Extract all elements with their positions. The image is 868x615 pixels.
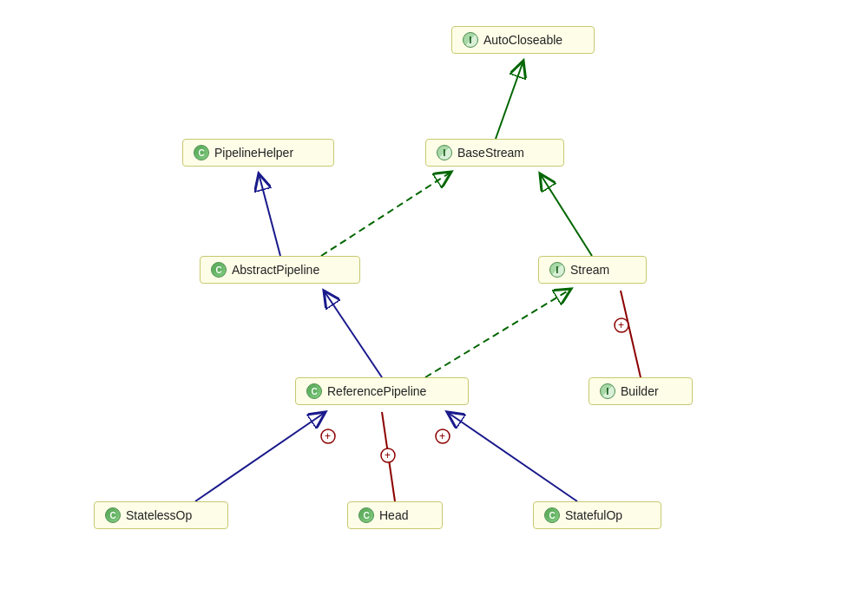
svg-text:+: + (385, 449, 391, 461)
node-stream[interactable]: I Stream (538, 256, 647, 284)
node-label-builder: Builder (621, 384, 659, 398)
node-label-abstractpipeline: AbstractPipeline (232, 263, 319, 277)
svg-text:+: + (618, 319, 624, 331)
icon-class: C (105, 507, 121, 523)
node-label-autocloseable: AutoCloseable (483, 33, 562, 47)
node-pipelinehelper[interactable]: C PipelineHelper (182, 139, 334, 167)
icon-class: C (194, 145, 209, 160)
svg-line-4 (321, 172, 451, 256)
node-builder[interactable]: I Builder (589, 377, 693, 405)
node-basestream[interactable]: I BaseStream (425, 139, 564, 167)
node-head[interactable]: C Head (347, 501, 443, 529)
icon-interface: I (600, 383, 615, 399)
node-label-pipelinehelper: PipelineHelper (214, 146, 293, 160)
icon-class: C (211, 262, 227, 278)
node-label-referencepipeline: ReferencePipeline (327, 384, 426, 398)
svg-point-9 (615, 318, 628, 332)
node-label-stream: Stream (570, 263, 609, 277)
icon-class: C (358, 507, 374, 523)
svg-line-15 (447, 412, 577, 501)
svg-line-12 (382, 412, 395, 501)
svg-line-7 (425, 289, 571, 377)
icon-interface: I (463, 32, 478, 48)
svg-line-2 (496, 61, 523, 139)
svg-line-3 (259, 173, 280, 256)
node-abstractpipeline[interactable]: C AbstractPipeline (200, 256, 360, 284)
node-referencepipeline[interactable]: C ReferencePipeline (295, 377, 469, 405)
node-statefulop[interactable]: C StatefulOp (533, 501, 661, 529)
svg-line-6 (324, 291, 382, 377)
icon-class: C (544, 507, 560, 523)
node-label-statelessop: StatelessOp (126, 508, 192, 522)
svg-line-8 (621, 291, 641, 377)
svg-text:+: + (439, 430, 445, 442)
uml-diagram: + + + + I AutoCloseable I BaseStream C (0, 0, 868, 615)
node-statelessop[interactable]: C StatelessOp (94, 501, 228, 529)
svg-text:+: + (325, 430, 331, 442)
svg-line-11 (195, 412, 326, 501)
svg-point-18 (436, 429, 450, 443)
node-label-statefulop: StatefulOp (565, 508, 622, 522)
icon-interface: I (437, 145, 452, 160)
svg-point-13 (381, 448, 395, 462)
node-label-basestream: BaseStream (457, 146, 524, 160)
node-autocloseable[interactable]: I AutoCloseable (451, 26, 595, 54)
node-label-head: Head (379, 508, 408, 522)
icon-class: C (306, 383, 322, 399)
svg-line-5 (540, 173, 592, 256)
icon-interface: I (549, 262, 565, 278)
svg-point-16 (321, 429, 335, 443)
